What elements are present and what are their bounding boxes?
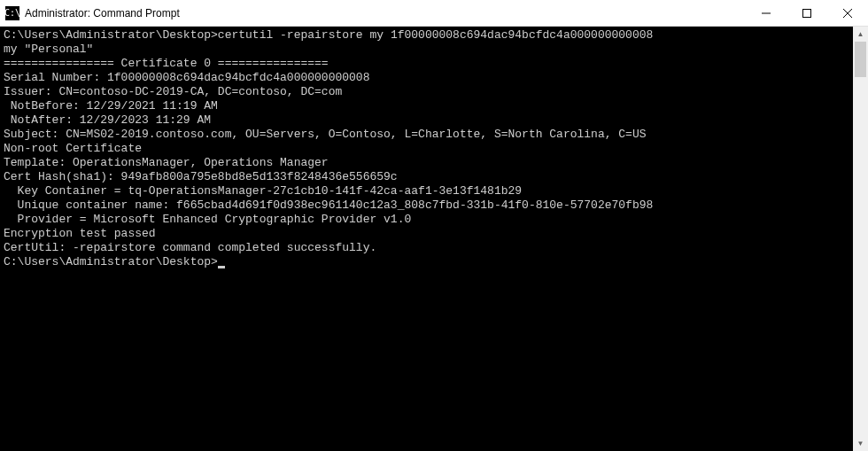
- output-line: Issuer: CN=contoso-DC-2019-CA, DC=contos…: [4, 85, 849, 99]
- window-controls: [746, 0, 868, 26]
- output-line: Template: OperationsManager, Operations …: [4, 156, 849, 170]
- titlebar[interactable]: C:\ Administrator: Command Prompt: [0, 0, 868, 27]
- scroll-thumb[interactable]: [855, 42, 866, 77]
- minimize-button[interactable]: [746, 0, 787, 26]
- scroll-track[interactable]: [853, 42, 868, 436]
- prompt: C:\Users\Administrator\Desktop>: [4, 255, 218, 268]
- command-prompt-window: C:\ Administrator: Command Prompt C:\Use…: [0, 0, 868, 451]
- output-line: Key Container = tq-OperationsManager-27c…: [4, 184, 849, 198]
- output-line: Encryption test passed: [4, 227, 849, 241]
- close-button[interactable]: [827, 0, 868, 26]
- output-line: Serial Number: 1f00000008c694dac94bcfdc4…: [4, 71, 849, 85]
- output-line: Cert Hash(sha1): 949afb800a795e8bd8e5d13…: [4, 170, 849, 184]
- cursor: [218, 266, 225, 268]
- svg-rect-1: [803, 9, 811, 17]
- output-line: NotBefore: 12/29/2021 11:19 AM: [4, 99, 849, 113]
- cmd-icon: C:\: [5, 6, 19, 20]
- prompt: C:\Users\Administrator\Desktop>: [4, 28, 218, 42]
- command-text: certutil -repairstore my 1f00000008c694d…: [218, 28, 653, 42]
- output-line: Subject: CN=MS02-2019.contoso.com, OU=Se…: [4, 128, 849, 142]
- output-line: Unique container name: f665cbad4d691f0d9…: [4, 198, 849, 213]
- terminal-area: C:\Users\Administrator\Desktop>certutil …: [0, 27, 868, 451]
- output-line: my "Personal": [4, 43, 849, 57]
- terminal-output[interactable]: C:\Users\Administrator\Desktop>certutil …: [0, 27, 853, 451]
- output-line: CertUtil: -repairstore command completed…: [4, 241, 849, 255]
- output-line: Non-root Certificate: [4, 142, 849, 156]
- maximize-button[interactable]: [787, 0, 827, 26]
- vertical-scrollbar[interactable]: ▲ ▼: [853, 27, 868, 451]
- output-line: ================ Certificate 0 =========…: [4, 57, 849, 71]
- window-title: Administrator: Command Prompt: [25, 7, 746, 19]
- output-line: NotAfter: 12/29/2023 11:29 AM: [4, 113, 849, 128]
- output-line: Provider = Microsoft Enhanced Cryptograp…: [4, 213, 849, 227]
- scroll-up-arrow-icon[interactable]: ▲: [853, 27, 868, 42]
- scroll-down-arrow-icon[interactable]: ▼: [853, 436, 868, 451]
